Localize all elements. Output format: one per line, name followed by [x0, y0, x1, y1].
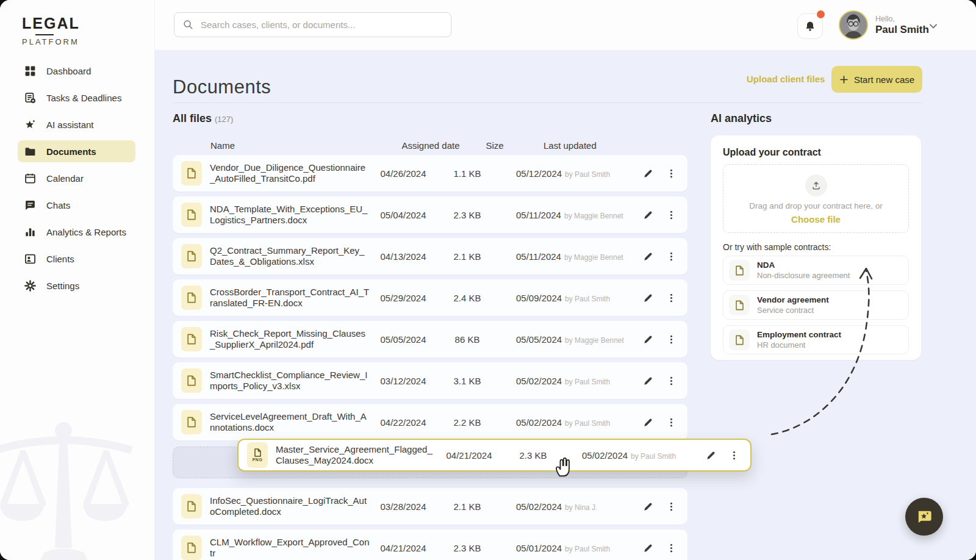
- table-row[interactable]: CLM_Workflow_Export_Approved_Contr 04/21…: [173, 529, 687, 560]
- kebab-menu-icon[interactable]: [666, 210, 676, 220]
- file-icon-box: [181, 368, 202, 393]
- file-name: NDA_Template_With_Exceptions_EU_Logistic…: [210, 204, 370, 226]
- upload-icon-circle: [805, 174, 827, 196]
- edit-pencil-icon[interactable]: [643, 210, 653, 220]
- scales-of-justice-watermark: [0, 407, 144, 560]
- edit-pencil-icon[interactable]: [643, 251, 653, 262]
- sample-contract-tile[interactable]: Vendor agreement Service contract: [723, 290, 909, 320]
- sidebar-item[interactable]: Clients: [18, 248, 135, 270]
- chat-star-icon: [915, 508, 933, 526]
- sidebar-item-label: Analytics & Reports: [46, 227, 126, 237]
- file-size: 2.3 KB: [437, 543, 498, 553]
- file-name: Vendor_Due_Diligence_Questionnaire_AutoF…: [210, 162, 370, 184]
- document-icon: [735, 335, 744, 345]
- row-actions: [643, 417, 687, 428]
- column-assigned-date: Assigned date: [397, 140, 464, 151]
- table-row[interactable]: Q2_Contract_Summary_Report_Key_Dates_&_O…: [173, 238, 687, 275]
- edit-pencil-icon[interactable]: [643, 501, 653, 512]
- last-updated: 05/02/2024by Paul Smith: [516, 417, 610, 428]
- table-row[interactable]: SmartChecklist_Compliance_Review_Imports…: [173, 362, 687, 399]
- edit-pencil-icon[interactable]: [643, 543, 653, 553]
- document-icon: [187, 168, 196, 179]
- sidebar-item[interactable]: Dashboard: [18, 60, 135, 82]
- row-actions: [643, 376, 687, 386]
- table-row[interactable]: ServiceLevelAgreement_Draft_With_Annotat…: [173, 404, 687, 440]
- last-updated: 05/11/2024by Maggie Bennet: [516, 251, 623, 262]
- sidebar-item[interactable]: Tasks & Deadlines: [18, 87, 135, 109]
- sidebar-item[interactable]: AI assistant: [18, 113, 135, 135]
- sample-contract-tile[interactable]: Employment contract HR document: [723, 325, 909, 354]
- edit-pencil-icon[interactable]: [643, 334, 653, 345]
- sample-contracts: NDA Non-disclosure agreement Vendor agre…: [723, 256, 909, 360]
- updated-date: 05/02/2024: [582, 450, 628, 461]
- kebab-menu-icon[interactable]: [666, 376, 676, 386]
- sidebar-item-label: Calendar: [46, 173, 84, 184]
- start-new-case-button[interactable]: Start new case: [831, 66, 922, 93]
- document-icon: [187, 334, 196, 345]
- table-row[interactable]: InfoSec_Questionnaire_LogiTrack_AutoComp…: [173, 488, 687, 525]
- sidebar-item-icon: [24, 65, 36, 77]
- updated-date: 05/11/2024: [516, 251, 561, 262]
- ai-chat-fab[interactable]: [905, 498, 943, 536]
- updated-by: by Paul Smith: [565, 419, 610, 428]
- sidebar-item-label: Documents: [46, 146, 96, 157]
- edit-pencil-icon[interactable]: [643, 168, 653, 179]
- kebab-menu-icon[interactable]: [666, 251, 676, 262]
- table-row[interactable]: Risk_Check_Report_Missing_Clauses_Suppli…: [173, 321, 687, 357]
- sample-contract-tile[interactable]: NDA Non-disclosure agreement: [723, 256, 909, 285]
- document-icon: [187, 501, 196, 512]
- updated-by: by Paul Smith: [565, 545, 610, 553]
- sidebar-item-icon: [24, 119, 36, 131]
- contract-dropzone[interactable]: Drag and drop your contract here, or Cho…: [723, 164, 909, 233]
- user-avatar[interactable]: [839, 10, 868, 40]
- row-actions: [643, 293, 687, 303]
- sidebar-item[interactable]: Documents: [18, 140, 135, 162]
- file-name: Q2_Contract_Summary_Report_Key_Dates_&_O…: [210, 245, 370, 267]
- file-size: 2.1 KB: [437, 251, 498, 262]
- file-icon-box: [181, 327, 202, 351]
- row-actions: [643, 168, 687, 179]
- edit-pencil-icon[interactable]: [643, 417, 653, 428]
- row-actions: [643, 251, 687, 262]
- ai-analytics-heading: AI analytics: [711, 112, 772, 125]
- kebab-menu-icon[interactable]: [666, 417, 676, 428]
- edit-pencil-icon[interactable]: [706, 450, 716, 461]
- edit-pencil-icon[interactable]: [643, 293, 653, 303]
- sidebar-item[interactable]: Analytics & Reports: [18, 221, 135, 243]
- kebab-menu-icon[interactable]: [666, 501, 676, 512]
- dragged-file-card[interactable]: PNG Master_Service_Agreement_Flagged_Cla…: [237, 439, 752, 472]
- upload-client-files-link[interactable]: Upload client files: [747, 74, 825, 84]
- kebab-menu-icon[interactable]: [666, 293, 676, 303]
- updated-by: by Maggie Bennet: [564, 253, 623, 262]
- upload-contract-title: Upload your contract: [723, 147, 821, 158]
- sidebar-item[interactable]: Settings: [18, 275, 135, 296]
- kebab-menu-icon[interactable]: [666, 334, 676, 345]
- kebab-menu-icon[interactable]: [729, 450, 739, 461]
- brand-logo: LEGAL PLATFORM: [22, 15, 80, 46]
- file-size: 3.1 KB: [437, 376, 498, 386]
- file-name: CrossBorder_Transport_Contract_AI_Transl…: [210, 287, 370, 309]
- kebab-menu-icon[interactable]: [666, 543, 676, 553]
- table-row[interactable]: CrossBorder_Transport_Contract_AI_Transl…: [173, 279, 687, 316]
- app-window: LEGAL PLATFORM Dashboard Tasks & Deadlin…: [0, 0, 976, 560]
- main-content: Documents Upload client files Start new …: [154, 50, 976, 560]
- last-updated: 05/01/2024by Paul Smith: [516, 543, 610, 553]
- dropzone-text: Drag and drop your contract here, or: [723, 201, 908, 210]
- brand-subtitle: PLATFORM: [22, 37, 80, 46]
- chevron-down-icon[interactable]: [928, 21, 939, 32]
- choose-file-link[interactable]: Choose file: [723, 214, 908, 224]
- sidebar-item[interactable]: Calendar: [18, 167, 135, 189]
- file-name: InfoSec_Questionnaire_LogiTrack_AutoComp…: [210, 495, 370, 517]
- global-search[interactable]: [174, 12, 451, 37]
- row-actions: [643, 501, 687, 512]
- edit-pencil-icon[interactable]: [643, 376, 653, 386]
- sidebar-item-icon: [24, 173, 36, 184]
- kebab-menu-icon[interactable]: [666, 168, 676, 179]
- row-actions: [643, 210, 687, 220]
- table-row[interactable]: NDA_Template_With_Exceptions_EU_Logistic…: [173, 196, 687, 233]
- search-input[interactable]: [199, 19, 451, 31]
- sidebar-item[interactable]: Chats: [18, 194, 135, 216]
- document-icon: [187, 375, 196, 386]
- updated-by: by Paul Smith: [565, 295, 610, 303]
- table-row[interactable]: Vendor_Due_Diligence_Questionnaire_AutoF…: [173, 155, 687, 192]
